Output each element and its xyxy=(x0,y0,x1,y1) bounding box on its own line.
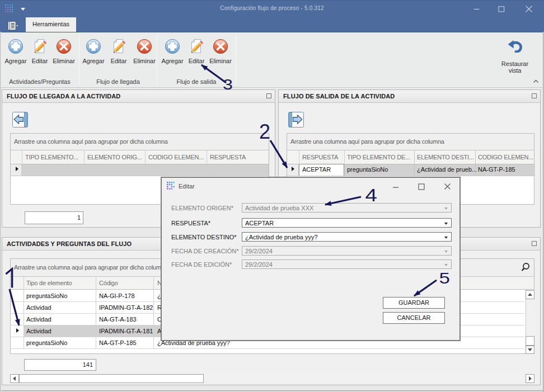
svg-text:2: 2 xyxy=(259,120,270,143)
svg-text:3: 3 xyxy=(223,76,233,93)
svg-text:4: 4 xyxy=(365,185,377,205)
svg-text:5: 5 xyxy=(439,269,450,287)
